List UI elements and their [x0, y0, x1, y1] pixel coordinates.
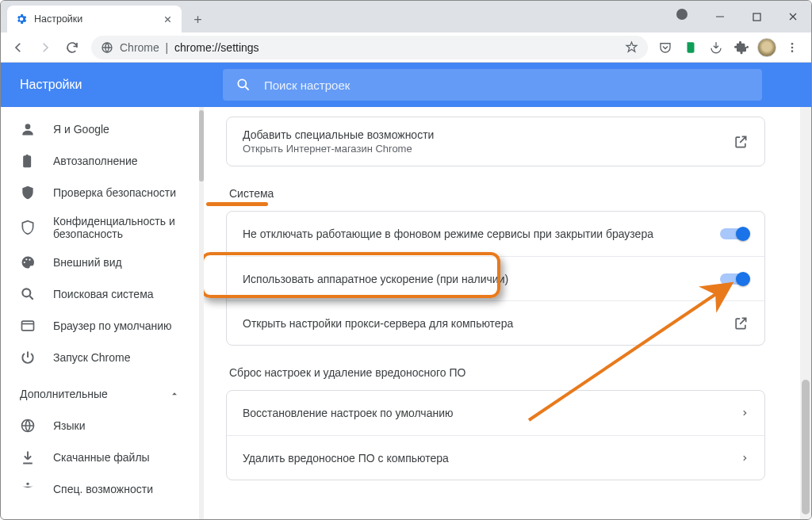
sidebar-item-accessibility[interactable]: Спец. возможности [1, 473, 199, 505]
incognito-indicator-icon [676, 9, 688, 20]
svg-rect-11 [22, 321, 34, 331]
chevron-up-icon [169, 388, 180, 400]
row-proxy-settings[interactable]: Открыть настройки прокси-сервера для ком… [227, 300, 764, 345]
browser-toolbar: Chrome | chrome://settings [1, 32, 811, 63]
svg-point-9 [29, 259, 30, 261]
sidebar-item-label: Браузер по умолчанию [53, 319, 172, 332]
svg-point-6 [25, 124, 31, 129]
row-add-accessibility[interactable]: Добавить специальные возможности Открыть… [227, 117, 764, 166]
sidebar-item-default-browser[interactable]: Браузер по умолчанию [1, 310, 199, 342]
evernote-icon[interactable] [680, 36, 702, 59]
toggle-hardware-acceleration[interactable] [720, 273, 749, 285]
sidebar-item-people[interactable]: Я и Google [1, 113, 199, 145]
chevron-right-icon [741, 407, 749, 419]
sidebar-item-label: Внешний вид [53, 256, 122, 269]
page-title: Настройки [1, 78, 223, 92]
open-external-icon [733, 134, 749, 150]
accessibility-card: Добавить специальные возможности Открыть… [226, 117, 765, 166]
row-cleanup-computer[interactable]: Удалить вредоносное ПО с компьютера [227, 435, 764, 480]
settings-sidebar: Я и Google Автозаполнение Проверка безоп… [1, 107, 199, 520]
row-label: Не отключать работающие в фоновом режиме… [243, 228, 720, 240]
sidebar-item-downloads[interactable]: Скачанные файлы [1, 442, 199, 473]
download-icon [20, 449, 36, 465]
address-bar[interactable]: Chrome | chrome://settings [91, 36, 648, 59]
window-controls [702, 1, 811, 32]
svg-point-13 [26, 483, 29, 485]
row-hardware-acceleration[interactable]: Использовать аппаратное ускорение (при н… [227, 256, 764, 300]
sidebar-item-autofill[interactable]: Автозаполнение [1, 145, 199, 177]
url-text: Chrome | chrome://settings [120, 41, 259, 54]
svg-point-4 [791, 50, 794, 52]
site-info-icon[interactable] [101, 41, 113, 54]
system-card: Не отключать работающие в фоновом режиме… [226, 211, 765, 346]
maximize-button[interactable] [738, 1, 775, 32]
row-label: Восстановление настроек по умолчанию [243, 407, 741, 419]
sidebar-item-label: Проверка безопасности [53, 186, 176, 199]
power-icon [20, 350, 36, 365]
settings-search[interactable] [223, 69, 762, 101]
chevron-right-icon [741, 453, 749, 464]
reset-card: Восстановление настроек по умолчанию Уда… [226, 390, 765, 480]
svg-point-10 [22, 289, 30, 296]
window-titlebar: Настройки [1, 1, 811, 32]
download-icon[interactable] [705, 36, 727, 59]
sidebar-item-languages[interactable]: Языки [1, 410, 199, 442]
close-tab-icon[interactable] [161, 13, 174, 25]
system-section-heading: Система [229, 187, 765, 200]
main-scrollbar[interactable] [800, 107, 811, 520]
svg-point-3 [791, 46, 794, 48]
palette-icon [20, 254, 36, 270]
minimize-button[interactable] [702, 1, 738, 32]
sidebar-item-search[interactable]: Поисковая система [1, 278, 199, 310]
open-external-icon [733, 315, 749, 331]
sidebar-item-label: Спец. возможности [53, 483, 153, 495]
settings-header: Настройки [1, 63, 811, 107]
pocket-icon[interactable] [654, 36, 676, 59]
svg-point-5 [238, 79, 246, 87]
sidebar-item-label: Автозаполнение [53, 155, 138, 167]
forward-button[interactable] [33, 35, 58, 60]
reload-button[interactable] [59, 35, 85, 60]
svg-point-8 [25, 258, 27, 260]
sidebar-item-label: Я и Google [53, 123, 109, 136]
bookmark-icon[interactable] [625, 40, 638, 54]
sidebar-item-label: Запуск Chrome [53, 351, 130, 364]
gear-icon [15, 13, 28, 25]
shield-check-icon [20, 185, 36, 201]
row-background-apps[interactable]: Не отключать работающие в фоновом режиме… [227, 212, 764, 256]
clipboard-icon [20, 153, 36, 169]
reset-section-heading: Сброс настроек и удаление вредоносного П… [229, 366, 765, 379]
chrome-menu-button[interactable] [781, 36, 803, 59]
sidebar-item-label: Конфиденциальность и безопасность [53, 215, 180, 240]
close-window-button[interactable] [775, 1, 811, 32]
row-label: Удалить вредоносное ПО с компьютера [243, 452, 741, 465]
svg-point-7 [24, 262, 25, 263]
browser-tab[interactable]: Настройки [7, 6, 182, 32]
toggle-background-apps[interactable] [720, 228, 749, 239]
row-restore-defaults[interactable]: Восстановление настроек по умолчанию [227, 391, 764, 435]
accessibility-icon [20, 481, 36, 497]
svg-point-2 [791, 43, 794, 45]
shield-icon [20, 220, 36, 235]
highlight-underline [206, 202, 268, 206]
profile-avatar[interactable] [756, 36, 778, 59]
browser-icon [20, 318, 36, 334]
sidebar-item-startup[interactable]: Запуск Chrome [1, 342, 199, 373]
sidebar-item-privacy[interactable]: Конфиденциальность и безопасность [1, 208, 199, 247]
settings-main: Добавить специальные возможности Открыть… [204, 107, 811, 520]
sidebar-item-label: Поисковая система [53, 288, 154, 300]
sidebar-item-safety[interactable]: Проверка безопасности [1, 177, 199, 208]
extensions-icon[interactable] [730, 36, 753, 59]
svg-rect-0 [753, 13, 760, 21]
back-button[interactable] [6, 35, 31, 60]
row-subtitle: Открыть Интернет-магазин Chrome [243, 143, 723, 155]
sidebar-item-appearance[interactable]: Внешний вид [1, 247, 199, 278]
search-input[interactable] [264, 78, 749, 92]
globe-icon [20, 418, 36, 434]
sidebar-advanced-label: Дополнительные [20, 388, 108, 400]
search-icon [20, 286, 36, 302]
row-label: Использовать аппаратное ускорение (при н… [243, 273, 720, 285]
row-label: Открыть настройки прокси-сервера для ком… [243, 317, 723, 330]
new-tab-button[interactable] [186, 8, 209, 30]
sidebar-advanced-toggle[interactable]: Дополнительные [1, 378, 199, 410]
